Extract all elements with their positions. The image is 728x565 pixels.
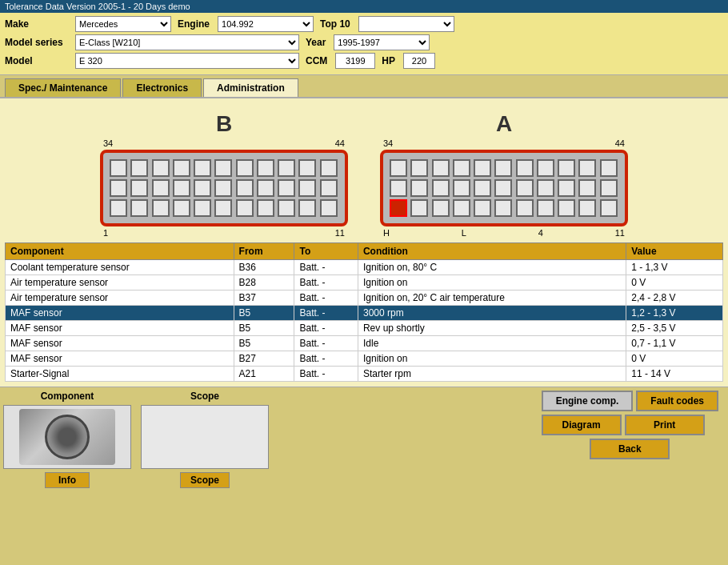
- engine-comp-button[interactable]: Engine comp.: [542, 391, 634, 411]
- fault-codes-button[interactable]: Fault codes: [636, 391, 718, 411]
- hp-label: HP: [382, 55, 395, 66]
- tab-electronics[interactable]: Electronics: [122, 78, 202, 97]
- connector-a: A 34 44 H L 4 11: [380, 111, 628, 238]
- component-label: Component: [41, 391, 94, 402]
- back-button[interactable]: Back: [590, 439, 670, 459]
- b-pin-end: 44: [335, 138, 345, 148]
- connector-a-body: [380, 150, 628, 226]
- nav-tabs: Spec./ Maintenance Electronics Administr…: [0, 75, 728, 98]
- ccm-label: CCM: [306, 55, 327, 66]
- table-row[interactable]: Starter-SignalA21Batt. -Starter rpm11 - …: [6, 367, 723, 382]
- app-title: Tolerance Data Version 2005-1 - 20 Days …: [5, 2, 190, 11]
- make-label: Make: [5, 18, 69, 30]
- col-value: Value: [626, 243, 723, 260]
- tab-spec[interactable]: Spec./ Maintenance: [5, 78, 121, 97]
- scope-image: [141, 405, 269, 469]
- main-content: B 34 44 1 11 A 34 44 H: [0, 98, 728, 387]
- engine-select[interactable]: 104.992: [218, 16, 314, 32]
- action-buttons: Engine comp. Fault codes Diagram Print B…: [542, 391, 725, 459]
- model-series-select[interactable]: E-Class [W210]: [75, 34, 299, 50]
- col-to: To: [294, 243, 358, 260]
- info-button[interactable]: Info: [45, 472, 90, 488]
- col-from: From: [234, 243, 294, 260]
- engine-label: Engine: [178, 18, 210, 30]
- a-bottom-11: 11: [615, 228, 625, 238]
- top10-select[interactable]: [358, 16, 454, 32]
- table-row[interactable]: Coolant temperature sensorB36Batt. -Igni…: [6, 260, 723, 275]
- bottom-section: Component Info Scope Scope Engine comp. …: [0, 387, 728, 491]
- col-component: Component: [6, 243, 234, 260]
- a-pin-start: 34: [383, 138, 393, 148]
- a-bottom-4: 4: [538, 228, 543, 238]
- connector-b-body: [100, 150, 348, 226]
- title-bar: Tolerance Data Version 2005-1 - 20 Days …: [0, 0, 728, 13]
- a-pin-end: 44: [615, 138, 625, 148]
- table-row[interactable]: MAF sensorB5Batt. -3000 rpm1,2 - 1,3 V: [6, 306, 723, 321]
- connector-b-label: B: [216, 111, 232, 137]
- diagram-button[interactable]: Diagram: [542, 415, 622, 435]
- col-condition: Condition: [358, 243, 626, 260]
- component-image: [3, 405, 131, 469]
- table-row[interactable]: MAF sensorB27Batt. -Ignition on0 V: [6, 351, 723, 367]
- table-row[interactable]: Air temperature sensorB37Batt. -Ignition…: [6, 291, 723, 306]
- make-select[interactable]: Mercedes: [75, 16, 171, 32]
- b-bottom-end: 11: [335, 228, 345, 238]
- b-pin-start: 34: [103, 138, 113, 148]
- year-label: Year: [306, 37, 326, 48]
- ccm-input[interactable]: [335, 53, 375, 69]
- maf-sensor-icon: [19, 409, 115, 465]
- model-select[interactable]: E 320: [75, 53, 299, 69]
- year-select[interactable]: 1995-1997: [334, 34, 430, 50]
- model-series-label: Model series: [5, 37, 69, 48]
- data-table: Component From To Condition Value Coolan…: [5, 242, 723, 382]
- connector-diagram: B 34 44 1 11 A 34 44 H: [5, 103, 723, 242]
- print-button[interactable]: Print: [625, 415, 705, 435]
- table-row[interactable]: Air temperature sensorB28Batt. -Ignition…: [6, 275, 723, 291]
- top10-label: Top 10: [320, 18, 350, 30]
- connector-b: B 34 44 1 11: [100, 111, 348, 238]
- table-row[interactable]: MAF sensorB5Batt. -Rev up shortly2,5 - 3…: [6, 321, 723, 336]
- component-section: Component Info: [3, 391, 131, 488]
- b-bottom-start: 1: [103, 228, 108, 238]
- a-bottom-l: L: [462, 228, 466, 238]
- table-row[interactable]: MAF sensorB5Batt. -Idle0,7 - 1,1 V: [6, 336, 723, 351]
- scope-section: Scope Scope: [141, 391, 269, 488]
- scope-button[interactable]: Scope: [180, 472, 230, 488]
- tab-administration[interactable]: Administration: [203, 78, 298, 97]
- hp-input[interactable]: [403, 53, 435, 69]
- top-section: Make Mercedes Engine 104.992 Top 10 Mode…: [0, 13, 728, 75]
- scope-label: Scope: [190, 391, 219, 402]
- model-label: Model: [5, 55, 69, 66]
- connector-a-label: A: [496, 111, 512, 137]
- a-bottom-h: H: [383, 228, 390, 238]
